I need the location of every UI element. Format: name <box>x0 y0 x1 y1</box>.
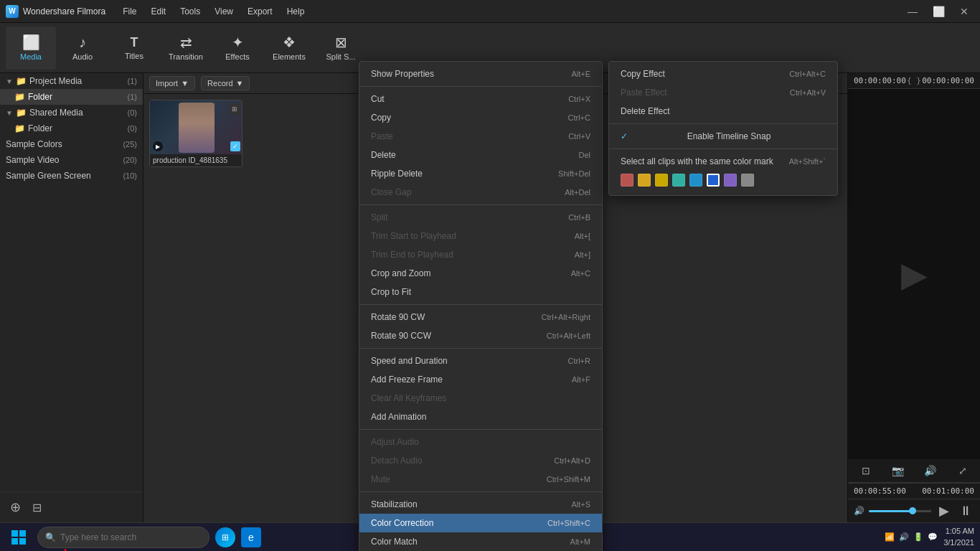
trim-end-shortcut: Alt+] <box>575 250 590 259</box>
media-thumbnail[interactable]: ⊞ ✓ ▶ production ID_4881635 <box>149 100 242 167</box>
color-purple[interactable] <box>724 174 737 187</box>
toolbar-titles[interactable]: T Titles <box>109 27 159 70</box>
play-button[interactable]: ▶ <box>936 502 953 519</box>
trim-end-label: Trim End to Playhead <box>371 250 453 260</box>
menu-animation[interactable]: Add Animation <box>359 408 602 426</box>
ripple-delete-label: Ripple Delete <box>371 169 423 179</box>
record-button[interactable]: Record ▼ <box>201 76 250 90</box>
context-menu-effects: Copy Effect Ctrl+Alt+C Paste Effect Ctrl… <box>608 61 838 196</box>
menu-crop-zoom[interactable]: Crop and Zoom Alt+C <box>359 264 602 283</box>
separator-6 <box>359 491 602 492</box>
taskview-icon: ⊞ <box>222 532 229 542</box>
shared-folder-item[interactable]: 📁 Folder (0) <box>0 121 143 136</box>
timecode-left: 00:00:00:00 <box>854 76 906 85</box>
menu-timeline-snap[interactable]: ✓ Enable Timeline Snap <box>609 127 837 146</box>
clock[interactable]: 1:05 AM 3/1/2021 <box>943 526 974 548</box>
stabilization-shortcut: Alt+S <box>571 500 590 509</box>
menu-rotate-ccw[interactable]: Rotate 90 CCW Ctrl+Alt+Left <box>359 326 602 345</box>
menu-speed[interactable]: Speed and Duration Ctrl+R <box>359 352 602 370</box>
menu-edit[interactable]: Edit <box>146 5 172 18</box>
menu-export[interactable]: Export <box>242 5 278 18</box>
menu-adjust-audio: Adjust Audio <box>359 433 602 451</box>
toolbar-elements[interactable]: ❖ Elements <box>264 27 314 70</box>
menu-delete-effect[interactable]: Delete Effect <box>609 102 837 121</box>
menu-view[interactable]: View <box>209 5 239 18</box>
sample-colors-label: Sample Colors <box>6 139 62 149</box>
toolbar-effects[interactable]: ✦ Effects <box>212 27 263 70</box>
toolbar-transition[interactable]: ⇄ Transition <box>161 27 211 70</box>
color-lightblue[interactable] <box>689 174 702 187</box>
menu-ripple-delete[interactable]: Ripple Delete Shift+Del <box>359 164 602 183</box>
menu-tools[interactable]: Tools <box>174 5 206 18</box>
menu-freeze[interactable]: Add Freeze Frame Alt+F <box>359 370 602 389</box>
menu-stabilization[interactable]: Stabilization Alt+S <box>359 495 602 514</box>
fullscreen-button[interactable]: ⤢ <box>954 462 971 479</box>
paste-shortcut: Ctrl+V <box>568 132 590 141</box>
pause-button[interactable]: ⏸ <box>957 502 974 519</box>
clear-keyframes-label: Clear All Keyframes <box>371 393 446 403</box>
new-folder-button[interactable]: ⊕ <box>6 498 24 517</box>
check-mark: ✓ <box>621 131 628 141</box>
menu-file[interactable]: File <box>117 5 142 18</box>
import-button[interactable]: Import ▼ <box>149 76 195 90</box>
sample-green-item[interactable]: Sample Green Screen (10) <box>0 168 143 184</box>
speed-shortcut: Ctrl+R <box>568 357 590 365</box>
volume-thumb[interactable] <box>909 507 916 514</box>
edge-icon: e <box>248 532 254 543</box>
notification-icon[interactable]: 💬 <box>928 532 938 542</box>
edge-button[interactable]: e <box>241 527 261 547</box>
volume-track[interactable] <box>869 510 931 512</box>
menu-color-correction[interactable]: Color Correction Ctrl+Shift+C <box>359 514 602 532</box>
menu-help[interactable]: Help <box>281 5 311 18</box>
menu-copy[interactable]: Copy Ctrl+C <box>359 108 602 127</box>
color-yellow[interactable] <box>655 174 668 187</box>
menu-crop-fit[interactable]: Crop to Fit <box>359 283 602 301</box>
detach-audio-label: Detach Audio <box>371 456 422 466</box>
menu-copy-effect[interactable]: Copy Effect Ctrl+Alt+C <box>609 65 837 83</box>
menu-detach-audio: Detach Audio Ctrl+Alt+D <box>359 451 602 470</box>
menu-select-color-mark[interactable]: Select all clips with the same color mar… <box>609 152 837 171</box>
start-button[interactable] <box>6 524 32 550</box>
sample-colors-count: (25) <box>123 140 137 149</box>
fit-preview-button[interactable]: ⊡ <box>857 462 875 479</box>
color-blue[interactable] <box>707 174 720 187</box>
media-icon: ⬜ <box>22 35 40 50</box>
delete-item-button[interactable]: ⊟ <box>27 498 46 517</box>
folder-item[interactable]: 📁 Folder (1) <box>0 89 143 105</box>
project-media-item[interactable]: ▼ 📁 Project Media (1) <box>0 73 143 89</box>
menu-rotate-cw[interactable]: Rotate 90 CW Ctrl+Alt+Right <box>359 308 602 326</box>
adjust-audio-label: Adjust Audio <box>371 437 419 447</box>
copy-label: Copy <box>371 113 391 123</box>
right-panel: 00:00:00:00 { } 00:00:00:00 ▶ ⊡ 📷 🔊 ⤢ 00… <box>847 73 980 522</box>
maximize-button[interactable]: ⬜ <box>928 3 948 20</box>
menu-trim-start: Trim Start to Playhead Alt+[ <box>359 227 602 245</box>
preview-controls: ⊡ 📷 🔊 ⤢ <box>848 459 980 483</box>
menu-delete[interactable]: Delete Del <box>359 146 602 164</box>
color-orange[interactable] <box>638 174 651 187</box>
context-menu-main: Show Properties Alt+E Cut Ctrl+X Copy Ct… <box>359 61 603 551</box>
separator-3 <box>359 304 602 305</box>
menu-show-properties[interactable]: Show Properties Alt+E <box>359 65 602 83</box>
volume-fill <box>869 510 913 512</box>
search-bar[interactable]: 🔍 <box>37 527 209 548</box>
taskview-button[interactable]: ⊞ <box>215 527 235 547</box>
toolbar-media[interactable]: ⬜ Media <box>6 27 56 70</box>
color-red[interactable] <box>621 174 633 187</box>
mute-shortcut: Ctrl+Shift+M <box>547 475 590 484</box>
volume-button[interactable]: 🔊 <box>922 462 939 479</box>
close-button[interactable]: ✕ <box>954 3 974 20</box>
sample-colors-item[interactable]: Sample Colors (25) <box>0 136 143 152</box>
sample-video-item[interactable]: Sample Video (20) <box>0 152 143 168</box>
menu-color-match[interactable]: Color Match Alt+M <box>359 532 602 551</box>
split-shortcut: Ctrl+B <box>568 213 590 222</box>
menu-cut[interactable]: Cut Ctrl+X <box>359 90 602 108</box>
minimize-button[interactable]: — <box>903 3 923 20</box>
paste-effect-label: Paste Effect <box>621 88 666 98</box>
snapshot-button[interactable]: 📷 <box>890 462 907 479</box>
toolbar-audio[interactable]: ♪ Audio <box>57 27 108 70</box>
shared-media-count: (0) <box>128 108 137 117</box>
shared-media-item[interactable]: ▼ 📁 Shared Media (0) <box>0 105 143 121</box>
search-input[interactable] <box>60 532 175 542</box>
color-teal[interactable] <box>672 174 685 187</box>
color-gray[interactable] <box>741 174 754 187</box>
